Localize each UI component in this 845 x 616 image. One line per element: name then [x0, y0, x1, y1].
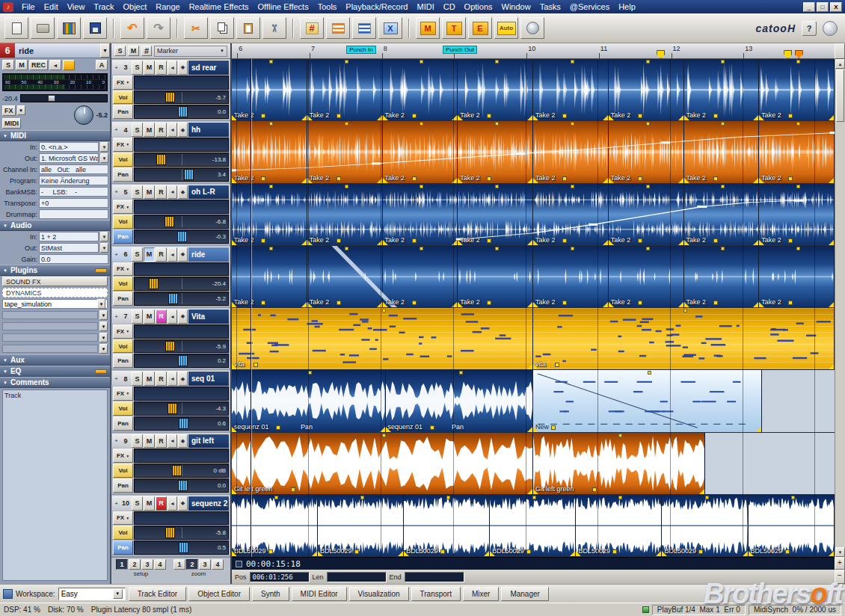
audio-object[interactable]: Take 2 — [684, 184, 760, 245]
audio-object[interactable]: Take 2 — [307, 184, 383, 245]
volume-handle[interactable] — [165, 216, 174, 227]
menu-realtime-effects[interactable]: Realtime Effects — [185, 1, 254, 12]
audio-object[interactable]: Git left green — [232, 433, 533, 494]
object-handle-icon[interactable] — [301, 115, 307, 120]
object-handle-icon[interactable] — [829, 240, 834, 245]
track-name[interactable]: oh L-R — [188, 185, 229, 200]
zoom-button-3[interactable]: 3 — [199, 559, 211, 570]
object-handle-icon[interactable] — [743, 551, 748, 556]
object-handle-icon[interactable] — [829, 551, 834, 556]
object-handle-icon[interactable] — [749, 551, 754, 556]
audio-object[interactable]: Take 2 — [533, 184, 609, 245]
object-handle-icon[interactable] — [420, 247, 423, 250]
pan-button[interactable]: Pan — [113, 416, 133, 431]
menu-offline-effects[interactable]: Offline Effects — [254, 1, 313, 12]
object-handle-icon[interactable] — [829, 115, 834, 120]
monitor-icon[interactable] — [168, 309, 177, 324]
menu-cd[interactable]: CD — [439, 1, 460, 12]
object-handle-icon[interactable] — [307, 178, 313, 183]
object-handle-icon[interactable] — [452, 240, 457, 245]
object-handle-icon[interactable] — [301, 240, 307, 245]
fx-button[interactable]: FX — [113, 324, 133, 339]
audio-object[interactable]: Take 2 — [609, 121, 684, 182]
object-handle-icon[interactable] — [269, 122, 273, 126]
object-handle-icon[interactable] — [382, 309, 386, 312]
automation-button[interactable]: A — [96, 60, 108, 70]
fader-thumb[interactable] — [48, 95, 55, 102]
track-editor-button[interactable]: Track Editor — [129, 587, 187, 601]
pan-button[interactable]: Pan — [113, 292, 133, 306]
volume-fader[interactable] — [20, 94, 108, 102]
object-handle-icon[interactable] — [459, 371, 463, 375]
pan-handle[interactable] — [178, 480, 188, 491]
object-handle-icon[interactable] — [533, 302, 538, 307]
fx-display[interactable] — [134, 262, 229, 277]
pan-button[interactable]: Pan — [113, 167, 133, 182]
section-header-audio[interactable]: Audio — [0, 220, 110, 231]
pan-slider[interactable]: 0.5 — [134, 540, 229, 555]
monitor-icon[interactable] — [168, 496, 177, 511]
volume-handle[interactable] — [168, 403, 177, 414]
object-handle-icon[interactable] — [678, 115, 683, 120]
automation-mode-button[interactable]: Auto — [494, 17, 518, 39]
object-handle-icon[interactable] — [753, 302, 758, 307]
field-value[interactable]: +0 — [39, 198, 108, 208]
monitor-icon[interactable] — [168, 185, 177, 200]
object-handle-icon[interactable] — [527, 240, 532, 245]
object-handle-icon[interactable] — [609, 240, 614, 245]
mute-button[interactable]: M — [144, 123, 155, 137]
dropdown-arrow-icon[interactable] — [99, 333, 108, 342]
object-handle-icon[interactable] — [527, 489, 532, 494]
object-handle-icon[interactable] — [796, 60, 800, 64]
scroll-down-icon[interactable]: ▼ — [835, 547, 845, 557]
audio-object[interactable]: Take 2 — [609, 246, 684, 307]
lock-icon[interactable] — [63, 60, 75, 70]
expand-icon[interactable] — [113, 61, 120, 75]
object-handle-icon[interactable] — [232, 302, 237, 307]
record-button[interactable]: R — [156, 372, 167, 386]
menu-edit[interactable]: Edit — [40, 1, 63, 12]
object-handle-icon[interactable] — [603, 178, 608, 183]
object-handle-icon[interactable] — [829, 364, 834, 369]
timeline-ruler[interactable]: 678910111213Punch InPunch Out — [232, 43, 835, 59]
object-handle-icon[interactable] — [452, 302, 457, 307]
pan-handle[interactable] — [179, 542, 188, 553]
freeze-icon[interactable] — [178, 496, 188, 511]
object-handle-icon[interactable] — [533, 427, 538, 432]
object-handle-icon[interactable] — [446, 496, 450, 499]
object-handle-icon[interactable] — [377, 302, 382, 307]
plugin-slot-soundfx[interactable]: SOUND FX — [2, 277, 108, 286]
track-name[interactable]: hh — [188, 123, 229, 137]
help-icon[interactable]: ? — [802, 21, 817, 36]
volume-handle[interactable] — [156, 154, 166, 165]
plugin-slot-empty[interactable] — [2, 310, 108, 320]
fx-display[interactable] — [134, 76, 229, 90]
audio-object[interactable]: BDL50029 — [662, 495, 748, 556]
copy-button[interactable] — [210, 17, 234, 39]
solo-button[interactable]: S — [132, 496, 143, 511]
fx-button[interactable]: FX — [113, 511, 133, 526]
dropdown-arrow-icon[interactable] — [100, 232, 108, 241]
menu-tools[interactable]: Tools — [313, 1, 342, 12]
pan-handle[interactable] — [178, 106, 188, 117]
object-handle-icon[interactable] — [398, 551, 403, 556]
object-handle-icon[interactable] — [756, 427, 761, 432]
object-handle-icon[interactable] — [232, 240, 237, 245]
object-handle-icon[interactable] — [609, 302, 614, 307]
expand-icon[interactable] — [113, 247, 120, 262]
pan-button[interactable]: Pan — [113, 478, 133, 493]
object-handle-icon[interactable] — [662, 551, 667, 556]
pan-slider[interactable]: -0.3 — [134, 230, 229, 244]
object-handle-icon[interactable] — [383, 302, 388, 307]
grid-mode-button[interactable] — [300, 17, 324, 39]
comments-box[interactable]: Track — [2, 389, 108, 581]
ruler-marker-icon[interactable] — [784, 50, 792, 58]
object-handle-icon[interactable] — [383, 240, 388, 245]
transport-button[interactable]: Transport — [411, 587, 461, 601]
end-field[interactable] — [405, 572, 464, 582]
expand-icon[interactable] — [113, 123, 120, 137]
object-editor-button[interactable]: Object Editor — [188, 587, 250, 601]
audio-object[interactable]: Take 2 — [533, 121, 609, 182]
new-project-button[interactable] — [4, 17, 28, 39]
record-button[interactable]: R — [156, 185, 167, 200]
